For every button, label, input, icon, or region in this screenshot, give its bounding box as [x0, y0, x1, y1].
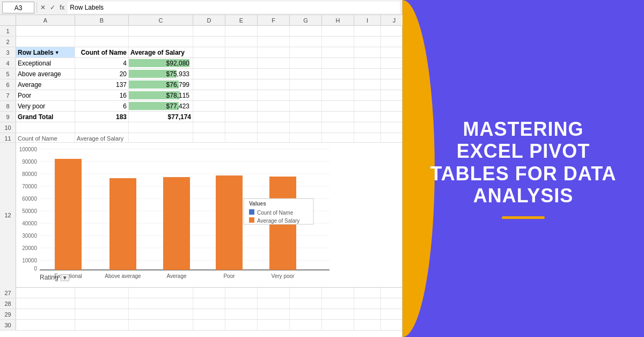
cell-i6[interactable] — [354, 79, 381, 90]
cell-g2[interactable] — [290, 36, 322, 47]
cell-h9[interactable] — [322, 112, 354, 122]
cell-j5[interactable] — [381, 69, 402, 79]
cell-g6[interactable] — [290, 79, 322, 90]
pivot-cell-count-7[interactable]: 16 — [75, 90, 129, 100]
col-header-b[interactable]: B — [75, 15, 129, 25]
cell-d10[interactable] — [193, 122, 225, 133]
cell-h3[interactable] — [322, 47, 354, 57]
cell-a11[interactable]: Count of Name — [16, 133, 75, 142]
cell-j1[interactable] — [381, 26, 402, 36]
cell-i10[interactable] — [354, 122, 381, 133]
pivot-cell-count-5[interactable]: 20 — [75, 69, 129, 79]
pivot-cell-salary-4[interactable]: $92,080 — [129, 58, 193, 68]
col-header-i[interactable]: I — [354, 15, 381, 25]
cell-f3[interactable] — [258, 47, 290, 57]
cell-ref-box[interactable]: A3 — [2, 2, 34, 13]
cell-d3[interactable] — [193, 47, 225, 57]
cell-f1[interactable] — [258, 26, 290, 36]
cell-c10[interactable] — [129, 122, 193, 133]
cell-i5[interactable] — [354, 69, 381, 79]
cell-j8[interactable] — [381, 101, 402, 111]
cell-g8[interactable] — [290, 101, 322, 111]
pivot-header-salary[interactable]: Average of Salary — [129, 47, 193, 57]
pivot-cell-count-4[interactable]: 4 — [75, 58, 129, 68]
pivot-cell-count-8[interactable]: 6 — [75, 101, 129, 111]
cell-j4[interactable] — [381, 58, 402, 68]
cell-f7[interactable] — [258, 90, 290, 100]
cell-i3[interactable] — [354, 47, 381, 57]
pivot-cell-count-6[interactable]: 137 — [75, 79, 129, 90]
cell-f6[interactable] — [258, 79, 290, 90]
cell-j11[interactable] — [381, 133, 402, 142]
cell-d11[interactable] — [193, 133, 225, 142]
cell-a1[interactable] — [16, 26, 75, 36]
cell-e1[interactable] — [225, 26, 258, 36]
pivot-cell-label-7[interactable]: Poor — [16, 90, 75, 100]
cell-d1[interactable] — [193, 26, 225, 36]
cell-j3[interactable] — [381, 47, 402, 57]
cell-g4[interactable] — [290, 58, 322, 68]
cell-f5[interactable] — [258, 69, 290, 79]
cell-e8[interactable] — [225, 101, 258, 111]
cell-h10[interactable] — [322, 122, 354, 133]
cell-j10[interactable] — [381, 122, 402, 133]
cell-c1[interactable] — [129, 26, 193, 36]
cell-j2[interactable] — [381, 36, 402, 47]
col-header-c[interactable]: C — [129, 15, 193, 25]
pivot-header-label[interactable]: Row Labels ▼ — [16, 47, 75, 57]
cell-e6[interactable] — [225, 79, 258, 90]
cell-h7[interactable] — [322, 90, 354, 100]
cell-e4[interactable] — [225, 58, 258, 68]
cell-f11[interactable] — [258, 133, 290, 142]
cell-j7[interactable] — [381, 90, 402, 100]
grand-total-count[interactable]: 183 — [75, 112, 129, 122]
cell-f9[interactable] — [258, 112, 290, 122]
cell-c11[interactable] — [129, 133, 193, 142]
confirm-icon[interactable]: ✓ — [49, 4, 56, 11]
cell-b2[interactable] — [75, 36, 129, 47]
pivot-header-count[interactable]: Count of Name — [75, 47, 129, 57]
cell-f8[interactable] — [258, 101, 290, 111]
cell-a2[interactable] — [16, 36, 75, 47]
pivot-cell-label-5[interactable]: Above average — [16, 69, 75, 79]
cell-h6[interactable] — [322, 79, 354, 90]
cell-g1[interactable] — [290, 26, 322, 36]
col-header-d[interactable]: D — [193, 15, 225, 25]
cell-g7[interactable] — [290, 90, 322, 100]
cell-d4[interactable] — [193, 58, 225, 68]
cell-i4[interactable] — [354, 58, 381, 68]
cell-b11[interactable]: Average of Salary — [75, 133, 129, 142]
rating-dropdown[interactable]: ▼ — [61, 274, 69, 281]
cancel-icon[interactable]: ✕ — [39, 4, 47, 11]
cell-b10[interactable] — [75, 122, 129, 133]
cell-j6[interactable] — [381, 79, 402, 90]
cell-i7[interactable] — [354, 90, 381, 100]
cell-j9[interactable] — [381, 112, 402, 122]
cell-i8[interactable] — [354, 101, 381, 111]
cell-a10[interactable] — [16, 122, 75, 133]
cell-i1[interactable] — [354, 26, 381, 36]
col-header-f[interactable]: F — [258, 15, 290, 25]
cell-e3[interactable] — [225, 47, 258, 57]
cell-g9[interactable] — [290, 112, 322, 122]
cell-d8[interactable] — [193, 101, 225, 111]
cell-e2[interactable] — [225, 36, 258, 47]
cell-b1[interactable] — [75, 26, 129, 36]
cell-h1[interactable] — [322, 26, 354, 36]
dropdown-icon[interactable]: ▼ — [55, 47, 60, 57]
cell-e10[interactable] — [225, 122, 258, 133]
col-header-e[interactable]: E — [225, 15, 258, 25]
formula-input[interactable] — [68, 2, 400, 13]
cell-h2[interactable] — [322, 36, 354, 47]
pivot-cell-salary-7[interactable]: $78,115 — [129, 90, 193, 100]
pivot-cell-salary-6[interactable]: $76,799 — [129, 79, 193, 90]
cell-f10[interactable] — [258, 122, 290, 133]
pivot-cell-salary-5[interactable]: $75,933 — [129, 69, 193, 79]
cell-c2[interactable] — [129, 36, 193, 47]
cell-g11[interactable] — [290, 133, 322, 142]
cell-h4[interactable] — [322, 58, 354, 68]
cell-g5[interactable] — [290, 69, 322, 79]
grand-total-salary[interactable]: $77,174 — [129, 112, 193, 122]
cell-e9[interactable] — [225, 112, 258, 122]
col-header-a[interactable]: A — [16, 15, 75, 25]
